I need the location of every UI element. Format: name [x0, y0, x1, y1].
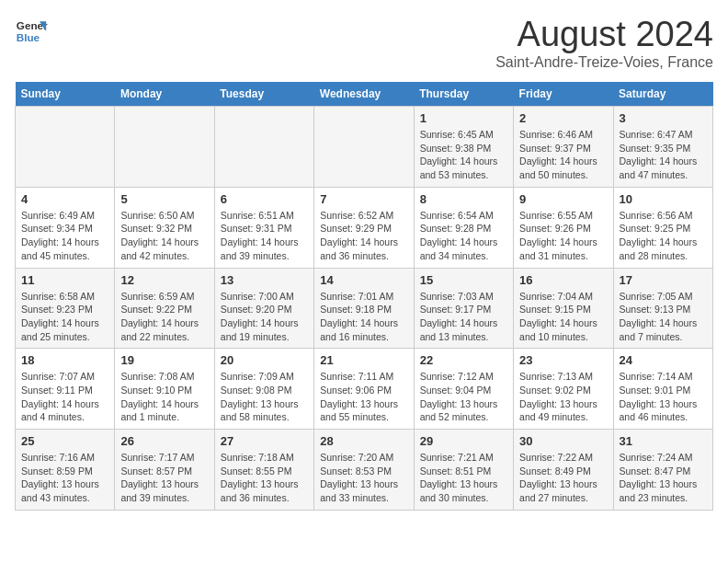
calendar-cell: 5Sunrise: 6:50 AM Sunset: 9:32 PM Daylig… [115, 187, 214, 268]
calendar-cell: 10Sunrise: 6:56 AM Sunset: 9:25 PM Dayli… [613, 187, 712, 268]
day-info: Sunrise: 6:49 AM Sunset: 9:34 PM Dayligh… [21, 209, 108, 263]
day-info: Sunrise: 6:47 AM Sunset: 9:35 PM Dayligh… [620, 128, 707, 182]
calendar-cell [314, 107, 414, 188]
day-number: 23 [519, 353, 607, 367]
day-number: 14 [320, 273, 407, 287]
day-info: Sunrise: 6:59 AM Sunset: 9:22 PM Dayligh… [120, 290, 208, 344]
day-number: 20 [221, 353, 308, 367]
calendar-week-4: 18Sunrise: 7:07 AM Sunset: 9:11 PM Dayli… [16, 349, 713, 430]
weekday-header-sunday: Sunday [16, 82, 115, 107]
calendar-cell: 6Sunrise: 6:51 AM Sunset: 9:31 PM Daylig… [214, 187, 313, 268]
day-number: 24 [620, 353, 707, 367]
calendar-table: SundayMondayTuesdayWednesdayThursdayFrid… [15, 82, 713, 511]
calendar-cell: 1Sunrise: 6:45 AM Sunset: 9:38 PM Daylig… [414, 107, 513, 188]
day-info: Sunrise: 6:54 AM Sunset: 9:28 PM Dayligh… [420, 209, 507, 263]
weekday-header-friday: Friday [514, 82, 613, 107]
day-info: Sunrise: 7:21 AM Sunset: 8:51 PM Dayligh… [420, 451, 507, 505]
calendar-week-3: 11Sunrise: 6:58 AM Sunset: 9:23 PM Dayli… [16, 268, 713, 349]
subtitle: Saint-Andre-Treize-Voies, France [495, 54, 713, 71]
day-info: Sunrise: 7:22 AM Sunset: 8:49 PM Dayligh… [519, 451, 607, 505]
day-info: Sunrise: 7:05 AM Sunset: 9:13 PM Dayligh… [620, 290, 707, 344]
calendar-cell: 16Sunrise: 7:04 AM Sunset: 9:15 PM Dayli… [514, 268, 613, 349]
weekday-header-monday: Monday [115, 82, 214, 107]
calendar-cell [214, 107, 313, 188]
day-number: 2 [519, 111, 607, 125]
day-number: 13 [221, 273, 308, 287]
day-number: 30 [519, 434, 607, 448]
page-header: General Blue August 2024 Saint-Andre-Tre… [15, 15, 713, 71]
calendar-cell: 25Sunrise: 7:16 AM Sunset: 8:59 PM Dayli… [16, 430, 115, 511]
calendar-cell: 20Sunrise: 7:09 AM Sunset: 9:08 PM Dayli… [214, 349, 313, 430]
day-info: Sunrise: 6:56 AM Sunset: 9:25 PM Dayligh… [620, 209, 707, 263]
calendar-cell [115, 107, 214, 188]
title-section: August 2024 Saint-Andre-Treize-Voies, Fr… [495, 15, 713, 71]
day-number: 16 [519, 273, 607, 287]
day-number: 5 [120, 192, 208, 206]
day-number: 29 [420, 434, 507, 448]
day-info: Sunrise: 6:51 AM Sunset: 9:31 PM Dayligh… [221, 209, 308, 263]
weekday-header-thursday: Thursday [414, 82, 513, 107]
calendar-cell: 8Sunrise: 6:54 AM Sunset: 9:28 PM Daylig… [414, 187, 513, 268]
day-number: 6 [221, 192, 308, 206]
day-number: 3 [620, 111, 707, 125]
calendar-cell: 24Sunrise: 7:14 AM Sunset: 9:01 PM Dayli… [613, 349, 712, 430]
calendar-cell: 7Sunrise: 6:52 AM Sunset: 9:29 PM Daylig… [314, 187, 414, 268]
calendar-cell: 18Sunrise: 7:07 AM Sunset: 9:11 PM Dayli… [16, 349, 115, 430]
day-info: Sunrise: 6:45 AM Sunset: 9:38 PM Dayligh… [420, 128, 507, 182]
calendar-cell: 2Sunrise: 6:46 AM Sunset: 9:37 PM Daylig… [514, 107, 613, 188]
calendar-cell: 14Sunrise: 7:01 AM Sunset: 9:18 PM Dayli… [314, 268, 414, 349]
calendar-cell: 27Sunrise: 7:18 AM Sunset: 8:55 PM Dayli… [214, 430, 313, 511]
calendar-cell: 17Sunrise: 7:05 AM Sunset: 9:13 PM Dayli… [613, 268, 712, 349]
calendar-week-5: 25Sunrise: 7:16 AM Sunset: 8:59 PM Dayli… [16, 430, 713, 511]
weekday-header-row: SundayMondayTuesdayWednesdayThursdayFrid… [16, 82, 713, 107]
day-number: 11 [21, 273, 108, 287]
day-number: 26 [120, 434, 208, 448]
calendar-cell: 31Sunrise: 7:24 AM Sunset: 8:47 PM Dayli… [613, 430, 712, 511]
calendar-week-1: 1Sunrise: 6:45 AM Sunset: 9:38 PM Daylig… [16, 107, 713, 188]
calendar-header: SundayMondayTuesdayWednesdayThursdayFrid… [16, 82, 713, 107]
calendar-cell: 15Sunrise: 7:03 AM Sunset: 9:17 PM Dayli… [414, 268, 513, 349]
day-info: Sunrise: 7:09 AM Sunset: 9:08 PM Dayligh… [221, 370, 308, 424]
day-info: Sunrise: 7:08 AM Sunset: 9:10 PM Dayligh… [120, 370, 208, 424]
day-info: Sunrise: 7:14 AM Sunset: 9:01 PM Dayligh… [620, 370, 707, 424]
day-info: Sunrise: 6:52 AM Sunset: 9:29 PM Dayligh… [320, 209, 407, 263]
calendar-week-2: 4Sunrise: 6:49 AM Sunset: 9:34 PM Daylig… [16, 187, 713, 268]
day-info: Sunrise: 7:24 AM Sunset: 8:47 PM Dayligh… [620, 451, 707, 505]
calendar-cell [16, 107, 115, 188]
calendar-cell: 9Sunrise: 6:55 AM Sunset: 9:26 PM Daylig… [514, 187, 613, 268]
day-number: 15 [420, 273, 507, 287]
day-info: Sunrise: 7:11 AM Sunset: 9:06 PM Dayligh… [320, 370, 407, 424]
day-number: 10 [620, 192, 707, 206]
day-number: 21 [320, 353, 407, 367]
calendar-cell: 26Sunrise: 7:17 AM Sunset: 8:57 PM Dayli… [115, 430, 214, 511]
calendar-cell: 11Sunrise: 6:58 AM Sunset: 9:23 PM Dayli… [16, 268, 115, 349]
calendar-cell: 4Sunrise: 6:49 AM Sunset: 9:34 PM Daylig… [16, 187, 115, 268]
day-info: Sunrise: 6:46 AM Sunset: 9:37 PM Dayligh… [519, 128, 607, 182]
day-number: 18 [21, 353, 108, 367]
calendar-cell: 23Sunrise: 7:13 AM Sunset: 9:02 PM Dayli… [514, 349, 613, 430]
day-number: 12 [120, 273, 208, 287]
logo: General Blue [15, 15, 48, 48]
day-info: Sunrise: 7:17 AM Sunset: 8:57 PM Dayligh… [120, 451, 208, 505]
calendar-cell: 21Sunrise: 7:11 AM Sunset: 9:06 PM Dayli… [314, 349, 414, 430]
weekday-header-tuesday: Tuesday [214, 82, 313, 107]
calendar-cell: 19Sunrise: 7:08 AM Sunset: 9:10 PM Dayli… [115, 349, 214, 430]
day-info: Sunrise: 7:07 AM Sunset: 9:11 PM Dayligh… [21, 370, 108, 424]
day-info: Sunrise: 7:00 AM Sunset: 9:20 PM Dayligh… [221, 290, 308, 344]
calendar-cell: 13Sunrise: 7:00 AM Sunset: 9:20 PM Dayli… [214, 268, 313, 349]
day-number: 25 [21, 434, 108, 448]
day-info: Sunrise: 6:58 AM Sunset: 9:23 PM Dayligh… [21, 290, 108, 344]
day-info: Sunrise: 7:13 AM Sunset: 9:02 PM Dayligh… [519, 370, 607, 424]
day-info: Sunrise: 7:01 AM Sunset: 9:18 PM Dayligh… [320, 290, 407, 344]
day-info: Sunrise: 7:20 AM Sunset: 8:53 PM Dayligh… [320, 451, 407, 505]
day-number: 4 [21, 192, 108, 206]
day-number: 27 [221, 434, 308, 448]
weekday-header-saturday: Saturday [613, 82, 712, 107]
day-number: 31 [620, 434, 707, 448]
day-info: Sunrise: 6:50 AM Sunset: 9:32 PM Dayligh… [120, 209, 208, 263]
day-number: 19 [120, 353, 208, 367]
day-info: Sunrise: 7:16 AM Sunset: 8:59 PM Dayligh… [21, 451, 108, 505]
day-number: 8 [420, 192, 507, 206]
calendar-cell: 29Sunrise: 7:21 AM Sunset: 8:51 PM Dayli… [414, 430, 513, 511]
day-info: Sunrise: 7:12 AM Sunset: 9:04 PM Dayligh… [420, 370, 507, 424]
